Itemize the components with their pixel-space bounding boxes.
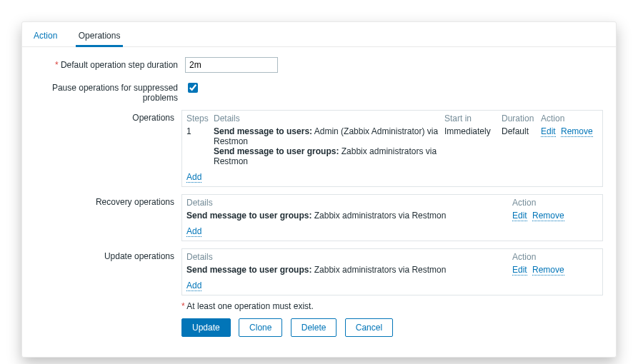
op-start: Immediately <box>444 126 502 136</box>
pause-label: Pause operations for suppressed problems <box>35 80 185 103</box>
rec-rest: Zabbix administrators via Restmon <box>311 211 446 221</box>
operations-label: Operations <box>35 110 181 123</box>
footer-note-text: At least one operation must exist. <box>186 301 313 311</box>
update-label: Update operations <box>35 248 181 261</box>
pause-checkbox[interactable] <box>188 83 198 93</box>
rec-edit-link[interactable]: Edit <box>512 211 527 221</box>
default-step-label: Default operation step duration <box>35 57 185 70</box>
rec-bold: Send message to user groups: <box>186 211 311 221</box>
op-duration: Default <box>502 126 541 136</box>
col-action: Action <box>541 113 598 123</box>
upd-rest: Zabbix administrators via Restmon <box>311 265 446 275</box>
clone-button[interactable]: Clone <box>239 318 282 337</box>
col-duration: Duration <box>502 113 541 123</box>
update-box: Details Action Send message to user grou… <box>181 248 603 295</box>
delete-button[interactable]: Delete <box>291 318 337 337</box>
op-line1-label: Send message to users: <box>214 126 312 136</box>
recovery-label: Recovery operations <box>35 194 181 207</box>
footer-note: * At least one operation must exist. <box>181 301 603 311</box>
button-bar: Update Clone Delete Cancel <box>181 318 603 337</box>
operations-box: Steps Details Start in Duration Action 1… <box>181 110 603 187</box>
recovery-add-link[interactable]: Add <box>186 226 201 237</box>
rec-col-details: Details <box>186 198 512 208</box>
rec-col-action: Action <box>512 198 598 208</box>
operations-add-link[interactable]: Add <box>186 172 201 183</box>
op-edit-link[interactable]: Edit <box>541 126 556 137</box>
op-details: Send message to users: Admin (Zabbix Adm… <box>214 126 444 166</box>
upd-bold: Send message to user groups: <box>186 265 311 275</box>
rec-details: Send message to user groups: Zabbix admi… <box>186 211 512 221</box>
upd-edit-link[interactable]: Edit <box>512 265 527 275</box>
recovery-box: Details Action Send message to user grou… <box>181 194 603 241</box>
upd-remove-link[interactable]: Remove <box>532 265 564 275</box>
operation-row: 1 Send message to users: Admin (Zabbix A… <box>182 125 602 168</box>
update-add-link[interactable]: Add <box>186 280 201 291</box>
tab-action[interactable]: Action <box>31 26 60 45</box>
default-step-input[interactable] <box>185 57 278 73</box>
operations-panel: Action Operations Default operation step… <box>21 21 617 358</box>
update-button[interactable]: Update <box>181 318 231 337</box>
col-start: Start in <box>444 113 502 123</box>
upd-details: Send message to user groups: Zabbix admi… <box>186 265 512 275</box>
op-line2-label: Send message to user groups: <box>214 146 339 156</box>
update-row: Send message to user groups: Zabbix admi… <box>182 263 602 276</box>
upd-col-details: Details <box>186 252 512 262</box>
op-remove-link[interactable]: Remove <box>561 126 593 137</box>
cancel-button[interactable]: Cancel <box>345 318 393 337</box>
col-steps: Steps <box>186 113 214 123</box>
tab-operations[interactable]: Operations <box>76 26 124 47</box>
content: Default operation step duration Pause op… <box>22 47 616 357</box>
op-step: 1 <box>186 126 214 136</box>
tabs: Action Operations <box>22 22 616 47</box>
col-details: Details <box>214 113 444 123</box>
rec-remove-link[interactable]: Remove <box>532 211 564 221</box>
upd-col-action: Action <box>512 252 598 262</box>
recovery-row: Send message to user groups: Zabbix admi… <box>182 209 602 222</box>
